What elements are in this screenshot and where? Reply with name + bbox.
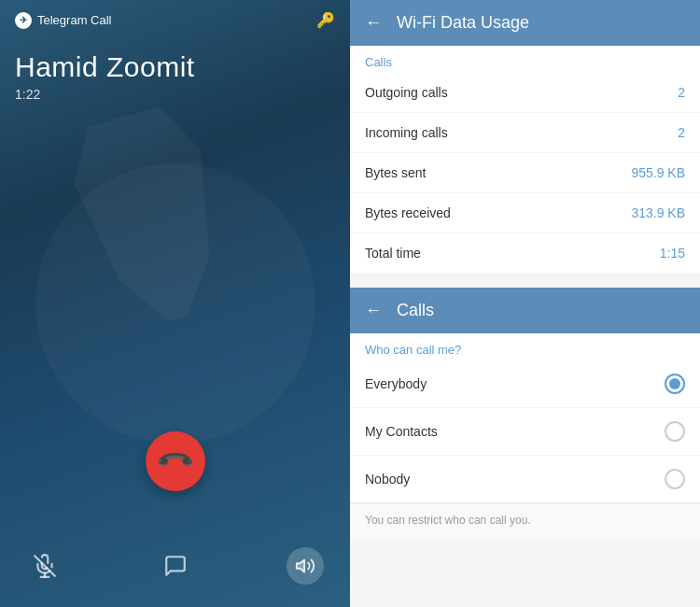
call-user-info: Hamid Zoomit 1:22 bbox=[0, 36, 350, 106]
bytes-received-value: 313.9 KB bbox=[631, 205, 685, 220]
phone-end-icon: 📞 bbox=[154, 441, 196, 483]
wifi-header: ← Wi-Fi Data Usage bbox=[350, 0, 700, 46]
incoming-calls-row: Incoming calls 2 bbox=[350, 113, 700, 153]
total-time-value: 1:15 bbox=[660, 246, 685, 261]
microphone-mute-icon bbox=[33, 554, 57, 578]
bytes-sent-label: Bytes sent bbox=[365, 165, 426, 180]
everybody-option[interactable]: Everybody bbox=[350, 360, 700, 408]
my-contacts-option[interactable]: My Contacts bbox=[350, 408, 700, 456]
call-header: ✈ Telegram Call 🔑 bbox=[0, 0, 350, 36]
calls-section: ← Calls Who can call me? Everybody My Co… bbox=[350, 288, 700, 538]
bytes-sent-row: Bytes sent 955.9 KB bbox=[350, 153, 700, 193]
end-call-container: 📞 bbox=[0, 431, 350, 491]
wifi-data-usage-section: ← Wi-Fi Data Usage Calls Outgoing calls … bbox=[350, 0, 700, 273]
bytes-received-row: Bytes received 313.9 KB bbox=[350, 193, 700, 233]
wifi-back-button[interactable]: ← bbox=[365, 13, 382, 33]
outgoing-calls-label: Outgoing calls bbox=[365, 85, 448, 100]
mute-button[interactable] bbox=[26, 547, 63, 585]
incoming-calls-value: 2 bbox=[678, 125, 685, 140]
message-icon bbox=[163, 554, 188, 578]
everybody-radio[interactable] bbox=[665, 374, 685, 394]
restrict-note: You can restrict who can call you. bbox=[350, 503, 700, 538]
everybody-label: Everybody bbox=[365, 376, 427, 391]
call-bottom-controls bbox=[0, 547, 350, 607]
nobody-label: Nobody bbox=[365, 472, 410, 487]
call-user-name: Hamid Zoomit bbox=[15, 51, 335, 83]
speaker-icon bbox=[295, 556, 315, 576]
key-icon: 🔑 bbox=[316, 11, 335, 29]
call-app-name: Telegram Call bbox=[37, 13, 111, 27]
total-time-label: Total time bbox=[365, 246, 421, 261]
outgoing-calls-row: Outgoing calls 2 bbox=[350, 73, 700, 113]
call-screen: ✈ Telegram Call 🔑 Hamid Zoomit 1:22 📞 bbox=[0, 0, 350, 607]
wifi-title: Wi-Fi Data Usage bbox=[397, 13, 529, 33]
bytes-sent-value: 955.9 KB bbox=[631, 165, 685, 180]
svg-marker-3 bbox=[297, 560, 304, 572]
speaker-button[interactable] bbox=[287, 547, 324, 585]
incoming-calls-label: Incoming calls bbox=[365, 125, 448, 140]
end-call-button[interactable]: 📞 bbox=[146, 431, 205, 491]
wifi-category-label: Calls bbox=[350, 46, 700, 73]
my-contacts-radio[interactable] bbox=[665, 421, 685, 442]
bytes-received-label: Bytes received bbox=[365, 205, 451, 220]
total-time-row: Total time 1:15 bbox=[350, 233, 700, 273]
outgoing-calls-value: 2 bbox=[678, 85, 685, 100]
who-can-call-label: Who can call me? bbox=[350, 333, 700, 360]
telegram-icon: ✈ bbox=[15, 12, 32, 29]
call-app-info: ✈ Telegram Call bbox=[15, 12, 111, 29]
section-divider bbox=[350, 273, 700, 280]
calls-back-button[interactable]: ← bbox=[365, 301, 382, 320]
calls-title: Calls bbox=[397, 301, 434, 320]
right-panel: ← Wi-Fi Data Usage Calls Outgoing calls … bbox=[350, 0, 700, 607]
my-contacts-label: My Contacts bbox=[365, 424, 438, 439]
call-duration: 1:22 bbox=[15, 87, 335, 102]
nobody-radio[interactable] bbox=[665, 469, 685, 489]
nobody-option[interactable]: Nobody bbox=[350, 456, 700, 503]
message-button[interactable] bbox=[157, 547, 194, 585]
calls-header: ← Calls bbox=[350, 288, 700, 333]
